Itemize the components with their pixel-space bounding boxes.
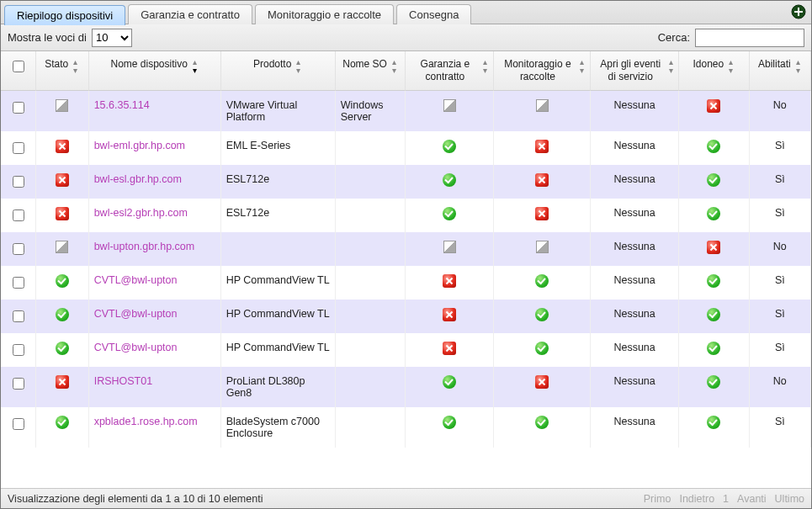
add-tab-icon[interactable] bbox=[791, 4, 806, 19]
search-input[interactable] bbox=[695, 29, 804, 47]
status-ok-icon bbox=[707, 140, 720, 153]
tab-2[interactable]: Monitoraggio e raccolte bbox=[255, 4, 394, 24]
cell-prodotto: ESL712e bbox=[221, 199, 336, 232]
col-eventi[interactable]: Apri gli eventi di servizio▴▾ bbox=[591, 51, 679, 91]
table-row: bwl-esl.gbr.hp.comESL712eNessunaSì bbox=[1, 165, 811, 199]
row-checkbox[interactable] bbox=[13, 378, 24, 390]
device-link[interactable]: CVTL@bwl-upton bbox=[94, 274, 178, 286]
cell-abilitati: No bbox=[750, 91, 811, 131]
sort-icon: ▴▾ bbox=[727, 58, 735, 75]
col-monitoraggio[interactable]: Monitoraggio e raccolte▴▾ bbox=[494, 51, 591, 91]
cell-monitoraggio bbox=[494, 266, 591, 300]
row-checkbox[interactable] bbox=[13, 102, 24, 114]
cell-nome-so bbox=[336, 333, 406, 367]
select-all-checkbox[interactable] bbox=[13, 61, 24, 72]
col-nome-so[interactable]: Nome SO▴▾ bbox=[336, 51, 406, 91]
cell-abilitati: Sì bbox=[750, 266, 811, 300]
table-row: bwl-eml.gbr.hp.comEML E-SeriesNessunaSì bbox=[1, 131, 811, 165]
table-row: IRSHOST01ProLiant DL380p Gen8NessunaNo bbox=[1, 367, 811, 407]
cell-idoneo bbox=[679, 333, 750, 367]
cell-eventi: Nessuna bbox=[591, 232, 679, 266]
cell-garanzia bbox=[406, 131, 494, 165]
status-err-icon bbox=[443, 308, 456, 321]
pager-indietro[interactable]: Indietro bbox=[679, 493, 714, 505]
cell-nome-dispositivo: 15.6.35.114 bbox=[89, 91, 221, 131]
cell-eventi: Nessuna bbox=[591, 367, 679, 407]
cell-eventi: Nessuna bbox=[591, 300, 679, 333]
status-unknown-icon bbox=[443, 99, 456, 112]
cell-monitoraggio bbox=[494, 165, 591, 199]
tab-0[interactable]: Riepilogo dispositivi bbox=[4, 5, 125, 25]
cell-nome-dispositivo: CVTL@bwl-upton bbox=[89, 300, 221, 333]
device-link[interactable]: bwl-esl.gbr.hp.com bbox=[94, 173, 182, 185]
device-link[interactable]: bwl-esl2.gbr.hp.com bbox=[94, 207, 188, 219]
row-checkbox[interactable] bbox=[13, 418, 24, 430]
device-link[interactable]: IRSHOST01 bbox=[94, 375, 152, 387]
table-row: CVTL@bwl-uptonHP CommandView TLNessunaSì bbox=[1, 300, 811, 333]
col-idoneo[interactable]: Idoneo▴▾ bbox=[679, 51, 750, 91]
row-checkbox[interactable] bbox=[13, 176, 24, 188]
device-link[interactable]: bwl-eml.gbr.hp.com bbox=[94, 140, 185, 151]
status-unknown-icon bbox=[56, 99, 68, 112]
cell-nome-dispositivo: bwl-eml.gbr.hp.com bbox=[89, 131, 221, 165]
cell-nome-so bbox=[336, 232, 406, 266]
cell-garanzia bbox=[406, 91, 494, 131]
pager-avanti[interactable]: Avanti bbox=[737, 493, 767, 505]
cell-stato bbox=[36, 131, 89, 165]
col-checkbox[interactable] bbox=[1, 51, 36, 91]
col-nome-dispositivo[interactable]: Nome dispositivo▴▾ bbox=[89, 51, 221, 91]
entries-select[interactable]: 10 bbox=[92, 29, 132, 47]
cell-monitoraggio bbox=[494, 199, 591, 232]
row-checkbox[interactable] bbox=[13, 243, 24, 255]
cell-stato bbox=[36, 300, 89, 333]
status-err-icon bbox=[56, 173, 69, 187]
pager-primo[interactable]: Primo bbox=[644, 493, 671, 505]
col-prodotto[interactable]: Prodotto▴▾ bbox=[221, 51, 336, 91]
pager-ultimo[interactable]: Ultimo bbox=[775, 493, 804, 505]
cell-garanzia bbox=[406, 367, 494, 407]
device-link[interactable]: bwl-upton.gbr.hp.com bbox=[94, 241, 195, 252]
device-link[interactable]: 15.6.35.114 bbox=[94, 99, 150, 111]
cell-abilitati: Sì bbox=[750, 407, 811, 448]
cell-nome-dispositivo: IRSHOST01 bbox=[89, 367, 221, 407]
row-checkbox[interactable] bbox=[13, 344, 24, 356]
cell-garanzia bbox=[406, 407, 494, 448]
cell-monitoraggio bbox=[494, 407, 591, 448]
status-err-icon bbox=[535, 140, 549, 153]
cell-idoneo bbox=[679, 266, 750, 300]
cell-stato bbox=[36, 165, 89, 199]
cell-prodotto: ProLiant DL380p Gen8 bbox=[221, 367, 336, 407]
sort-icon: ▴▾ bbox=[390, 58, 398, 75]
col-garanzia[interactable]: Garanzia e contratto▴▾ bbox=[406, 51, 494, 91]
cell-stato bbox=[36, 91, 89, 131]
tab-3[interactable]: Consegna bbox=[396, 4, 471, 24]
cell-idoneo bbox=[679, 407, 750, 448]
col-stato[interactable]: Stato▴▾ bbox=[36, 51, 89, 91]
cell-abilitati: Sì bbox=[750, 333, 811, 367]
device-link[interactable]: CVTL@bwl-upton bbox=[94, 308, 178, 320]
status-err-icon bbox=[535, 173, 549, 187]
status-err-icon bbox=[443, 274, 456, 288]
row-checkbox[interactable] bbox=[13, 310, 24, 322]
cell-eventi: Nessuna bbox=[591, 407, 679, 448]
row-checkbox[interactable] bbox=[13, 277, 24, 289]
pager-page[interactable]: 1 bbox=[723, 493, 729, 505]
status-ok-icon bbox=[707, 342, 720, 355]
status-err-icon bbox=[56, 140, 69, 153]
pager: Primo Indietro 1 Avanti Ultimo bbox=[644, 493, 804, 505]
cell-monitoraggio bbox=[494, 300, 591, 333]
table-row: bwl-esl2.gbr.hp.comESL712eNessunaSì bbox=[1, 199, 811, 232]
row-checkbox[interactable] bbox=[13, 209, 24, 221]
device-link[interactable]: CVTL@bwl-upton bbox=[94, 342, 178, 353]
cell-stato bbox=[36, 232, 89, 266]
cell-prodotto: EML E-Series bbox=[221, 131, 336, 165]
status-err-icon bbox=[535, 375, 549, 389]
cell-nome-dispositivo: bwl-upton.gbr.hp.com bbox=[89, 232, 221, 266]
cell-abilitati: Sì bbox=[750, 300, 811, 333]
cell-idoneo bbox=[679, 131, 750, 165]
device-link[interactable]: xpblade1.rose.hp.com bbox=[94, 416, 198, 427]
col-abilitati[interactable]: Abilitati▴▾ bbox=[750, 51, 811, 91]
tab-1[interactable]: Garanzia e contratto bbox=[128, 4, 252, 24]
status-err-icon bbox=[56, 207, 69, 220]
row-checkbox[interactable] bbox=[13, 142, 24, 154]
